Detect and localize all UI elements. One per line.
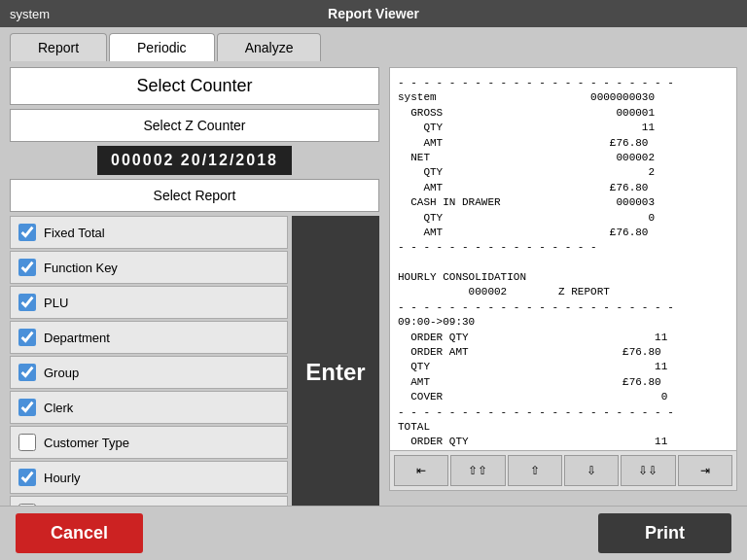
bottom-bar: Cancel Print	[0, 506, 747, 560]
receipt-first-button[interactable]: ⇤	[394, 455, 448, 486]
tab-report[interactable]: Report	[10, 33, 107, 61]
checkbox-item-department[interactable]: Department	[10, 321, 288, 354]
checkboxes-enter-group: Fixed TotalFunction KeyPLUDepartmentGrou…	[10, 216, 379, 529]
select-z-counter-button[interactable]: Select Z Counter	[10, 109, 379, 142]
checkbox-function-key[interactable]	[18, 259, 36, 276]
tabs-bar: Report Periodic Analyze	[0, 27, 747, 61]
checkbox-hourly[interactable]	[18, 469, 36, 486]
checkbox-label-clerk: Clerk	[44, 401, 73, 415]
main-content: Select Counter Select Z Counter 000002 2…	[0, 61, 747, 497]
checkboxes-list: Fixed TotalFunction KeyPLUDepartmentGrou…	[10, 216, 288, 529]
checkbox-label-customer-type: Customer Type	[44, 436, 129, 450]
checkbox-clerk[interactable]	[18, 399, 36, 416]
checkbox-item-plu[interactable]: PLU	[10, 286, 288, 319]
left-panel: Select Counter Select Z Counter 000002 2…	[10, 67, 379, 491]
system-label: system	[10, 7, 50, 21]
title-bar: system Report Viewer	[0, 0, 747, 27]
checkbox-customer-type[interactable]	[18, 434, 36, 451]
z-counter-value: 000002 20/12/2018	[97, 146, 292, 175]
receipt-nav: ⇤ ⇧⇧ ⇧ ⇩ ⇩⇩ ⇥	[390, 450, 736, 490]
window-title: Report Viewer	[328, 6, 419, 21]
select-counter-label: Select Counter	[10, 67, 379, 105]
checkbox-label-hourly: Hourly	[44, 471, 81, 485]
receipt-prev-page-button[interactable]: ⇧⇧	[450, 455, 505, 486]
select-report-button[interactable]: Select Report	[10, 179, 379, 212]
checkbox-item-fixed-total[interactable]: Fixed Total	[10, 216, 288, 249]
print-button[interactable]: Print	[598, 513, 731, 553]
checkbox-label-department: Department	[44, 331, 110, 345]
checkbox-label-group: Group	[44, 366, 79, 380]
receipt-prev-button[interactable]: ⇧	[508, 455, 562, 486]
checkbox-label-plu: PLU	[44, 296, 68, 310]
checkbox-item-group[interactable]: Group	[10, 356, 288, 389]
checkbox-label-fixed-total: Fixed Total	[44, 226, 105, 240]
checkbox-fixed-total[interactable]	[18, 224, 36, 241]
checkbox-item-function-key[interactable]: Function Key	[10, 251, 288, 284]
receipt-panel: - - - - - - - - - - - - - - - - - - - - …	[389, 67, 737, 491]
checkbox-plu[interactable]	[18, 294, 36, 311]
checkbox-group[interactable]	[18, 364, 36, 381]
receipt-last-button[interactable]: ⇥	[678, 455, 732, 486]
tab-analyze[interactable]: Analyze	[217, 33, 322, 61]
checkbox-item-customer-type[interactable]: Customer Type	[10, 426, 288, 459]
checkbox-department[interactable]	[18, 329, 36, 346]
checkbox-item-clerk[interactable]: Clerk	[10, 391, 288, 424]
tab-periodic[interactable]: Periodic	[109, 33, 215, 61]
receipt-next-button[interactable]: ⇩	[564, 455, 619, 486]
cancel-button[interactable]: Cancel	[16, 513, 143, 553]
receipt-next-page-button[interactable]: ⇩⇩	[621, 455, 675, 486]
receipt-content: - - - - - - - - - - - - - - - - - - - - …	[390, 68, 736, 450]
checkbox-item-hourly[interactable]: Hourly	[10, 461, 288, 494]
enter-button[interactable]: Enter	[292, 216, 379, 529]
checkbox-label-function-key: Function Key	[44, 261, 118, 275]
